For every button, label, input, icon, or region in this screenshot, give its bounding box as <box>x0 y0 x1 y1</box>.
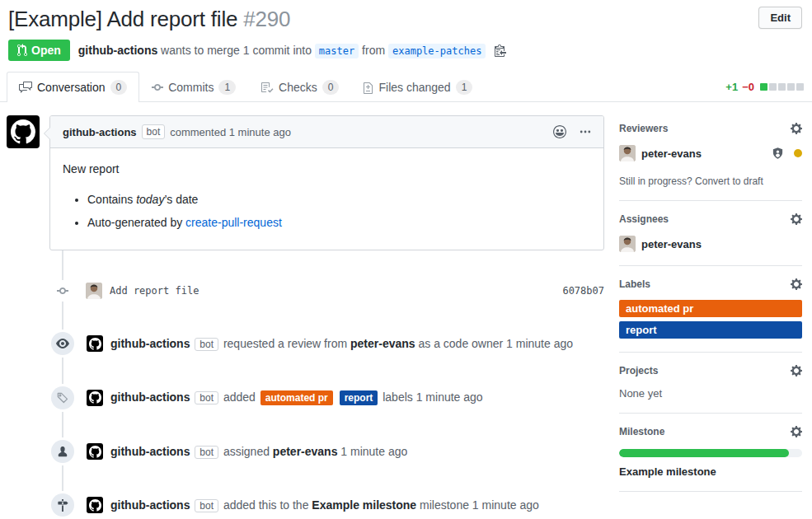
event-text: github-actions bot added automated pr re… <box>110 386 483 409</box>
code-owner-shield-icon <box>772 147 784 160</box>
kebab-horizontal-icon[interactable] <box>580 125 591 138</box>
milestone-icon <box>51 493 74 517</box>
create-pull-request-link[interactable]: create-pull-request <box>185 216 282 229</box>
commit-message[interactable]: Add report file <box>110 285 199 297</box>
comment-action-text: commented 1 minute ago <box>170 126 291 138</box>
reviewer-row: peter-evans <box>619 145 802 161</box>
event-time[interactable]: 1 minute ago <box>340 445 407 458</box>
commit-sha[interactable]: 6078b07 <box>562 285 604 297</box>
projects-section: Projects None yet <box>619 353 802 414</box>
comment-bullet-1: Contains today’s date <box>87 191 591 208</box>
assignee-avatar[interactable] <box>619 236 636 252</box>
pr-number: #290 <box>243 7 290 31</box>
head-branch-label[interactable]: example-patches <box>388 44 486 58</box>
pull-request-page: Edit [Example] Add report file #290 Open… <box>0 0 812 519</box>
tab-files-changed-count: 1 <box>456 80 473 95</box>
page-title: [Example] Add report file #290 <box>8 7 804 32</box>
commit-row: Add report file 6078b07 <box>7 280 604 302</box>
merge-sentence-text: wants to merge 1 commit into <box>161 44 312 57</box>
assignee-name[interactable]: peter-evans <box>641 238 702 250</box>
event-time[interactable]: 1 minute ago <box>416 390 483 404</box>
tab-conversation-label: Conversation <box>37 81 106 94</box>
timeline-event-assigned: github-actions bot assigned peter-evans … <box>7 440 604 463</box>
smiley-icon[interactable] <box>553 125 566 138</box>
tab-checks[interactable]: Checks 0 <box>248 72 351 102</box>
actor-login[interactable]: github-actions <box>110 445 190 458</box>
author-login[interactable]: github-actions <box>78 44 157 57</box>
gear-icon[interactable] <box>791 213 802 226</box>
pr-tabnav: Conversation 0 Commits 1 Checks 0 Files … <box>0 72 812 102</box>
bot-badge: bot <box>195 338 218 351</box>
bot-badge: bot <box>195 446 218 459</box>
diffstat: +1 −0 <box>725 81 804 93</box>
milestone-heading[interactable]: Milestone <box>619 425 802 438</box>
gear-icon[interactable] <box>791 364 802 377</box>
avatar[interactable] <box>7 115 40 148</box>
label-report[interactable]: report <box>340 390 378 405</box>
discussion-timeline: github-actions bot commented 1 minute ag… <box>7 115 604 519</box>
comment-discussion-icon <box>19 81 32 94</box>
label-automated-pr[interactable]: automated pr <box>260 390 333 405</box>
comment-intro: New report <box>63 161 591 178</box>
assignee-row: peter-evans <box>619 236 802 252</box>
reviewers-heading-label: Reviewers <box>619 123 668 134</box>
actor-avatar[interactable] <box>87 497 103 513</box>
base-branch-label[interactable]: master <box>315 44 359 58</box>
actor-avatar[interactable] <box>87 335 103 352</box>
reviewer-name[interactable]: peter-evans <box>641 147 702 160</box>
actor-login[interactable]: github-actions <box>110 498 190 512</box>
event-text: github-actions bot assigned peter-evans … <box>110 440 407 463</box>
review-status <box>772 147 802 160</box>
convert-to-draft-link[interactable]: Convert to draft <box>695 175 763 187</box>
actor-login[interactable]: github-actions <box>110 390 190 404</box>
diffstat-deletions: −0 <box>742 81 754 93</box>
pr-state-label: Open <box>31 44 61 57</box>
event-time[interactable]: 1 minute ago <box>506 337 573 350</box>
labels-heading[interactable]: Labels <box>619 278 802 291</box>
reviewers-heading[interactable]: Reviewers <box>619 122 802 135</box>
reviewer-avatar[interactable] <box>619 145 636 161</box>
gear-icon[interactable] <box>791 425 802 438</box>
person-photo <box>86 283 102 299</box>
tag-icon <box>51 386 74 409</box>
committer-avatar[interactable] <box>86 283 102 299</box>
tab-checks-count: 0 <box>322 80 340 95</box>
gear-icon[interactable] <box>791 122 802 135</box>
actor-avatar[interactable] <box>87 443 103 460</box>
actor-login[interactable]: github-actions <box>110 337 190 350</box>
gear-icon[interactable] <box>791 278 802 291</box>
timeline-event-labeled: github-actions bot added automated pr re… <box>7 386 604 409</box>
tab-files-changed[interactable]: Files changed 1 <box>351 72 485 102</box>
comment-author[interactable]: github-actions <box>63 126 137 138</box>
issue-comment: github-actions bot commented 1 minute ag… <box>7 115 604 250</box>
reviewers-section: Reviewers peter-evans Still in progress?… <box>619 115 802 201</box>
copy-branch-icon[interactable] <box>495 44 506 57</box>
milestone-link[interactable]: Example milestone <box>312 498 416 512</box>
eye-icon <box>51 332 74 355</box>
pr-meta: Open github-actions wants to merge 1 com… <box>8 40 804 61</box>
git-pull-request-icon <box>17 44 27 57</box>
comment-actions <box>553 125 591 138</box>
tab-commits-count: 1 <box>218 80 236 95</box>
bot-badge: bot <box>142 124 166 139</box>
label-automated-pr[interactable]: automated pr <box>619 300 802 317</box>
edit-button[interactable]: Edit <box>758 7 802 29</box>
actor-avatar[interactable] <box>87 390 103 406</box>
event-time[interactable]: 1 minute ago <box>472 498 539 512</box>
milestone-heading-label: Milestone <box>619 426 664 437</box>
tab-commits[interactable]: Commits 1 <box>139 72 248 102</box>
projects-heading[interactable]: Projects <box>619 364 802 377</box>
tab-conversation[interactable]: Conversation 0 <box>7 72 139 102</box>
file-diff-icon <box>364 81 373 94</box>
comment-box: github-actions bot commented 1 minute ag… <box>49 115 604 250</box>
tab-commits-label: Commits <box>168 81 214 94</box>
assignees-heading[interactable]: Assignees <box>619 213 802 226</box>
comment-bullet-2: Auto-generated by create-pull-request <box>87 214 591 231</box>
milestone-name[interactable]: Example milestone <box>619 465 802 478</box>
assignee-login[interactable]: peter-evans <box>273 445 338 458</box>
merge-sentence: github-actions wants to merge 1 commit i… <box>78 44 506 57</box>
reviewer-login[interactable]: peter-evans <box>350 337 415 350</box>
label-report[interactable]: report <box>619 321 802 339</box>
milestone-progress-track <box>619 449 802 457</box>
labels-section: Labels automated pr report <box>619 266 802 353</box>
